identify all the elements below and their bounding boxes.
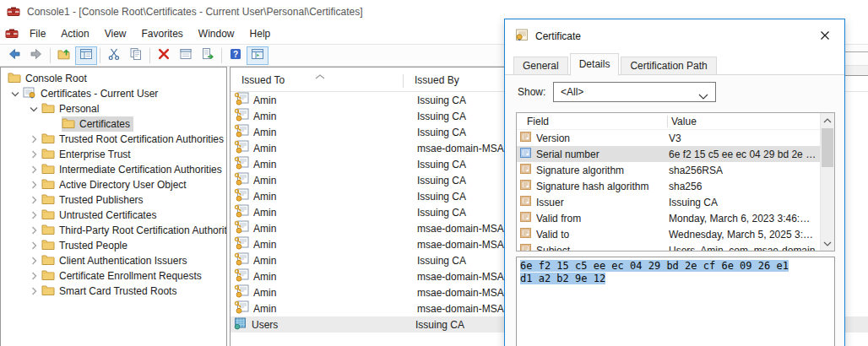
tab-certification-path[interactable]: Certification Path [621, 57, 716, 75]
field-row-serial-number[interactable]: Serial number6e f2 15 c5 ee ec 04 29 bd … [517, 146, 820, 162]
tree-item-client-authentication-issuers[interactable]: Client Authentication Issuers [1, 253, 226, 268]
personal-certificate-icon [234, 140, 249, 156]
tree-item-personal[interactable]: Personal [1, 101, 226, 116]
tree-item-untrusted-certificates[interactable]: Untrusted Certificates [1, 208, 226, 223]
folder-icon [41, 208, 55, 222]
personal-certificate-icon [234, 252, 249, 268]
field-row-valid-from[interactable]: Valid fromMonday, March 6, 2023 3:46:… [517, 210, 820, 226]
export-list-button[interactable] [197, 46, 219, 65]
svg-text:?: ? [233, 50, 238, 59]
tree-item-smart-card-trusted-roots[interactable]: Smart Card Trusted Roots [1, 284, 226, 299]
up-one-level-icon [57, 47, 71, 63]
chevron-right-icon[interactable] [26, 211, 41, 219]
serial-number-hex-view[interactable]: 6e f2 15 c5 ee ec 04 29 bd 2e cf 6e 09 2… [516, 257, 835, 346]
chevron-right-icon[interactable] [26, 196, 41, 204]
up-one-level-button[interactable] [53, 46, 75, 65]
tree-item-certificates-current-user[interactable]: Certificates - Current User [1, 86, 226, 101]
show-dropdown-value: <All> [561, 86, 583, 98]
fields-scrollbar[interactable] [820, 113, 834, 251]
show-hide-action-pane-icon [251, 47, 264, 63]
chevron-right-icon[interactable] [26, 241, 41, 250]
tree-item-certificate-enrollment-requests[interactable]: Certificate Enrollment Requests [1, 268, 226, 284]
tree-item-third-party-root-certification-authorities[interactable]: Third-Party Root Certification Authoriti… [1, 223, 226, 238]
back-icon [8, 47, 21, 63]
background-pane-edge [845, 51, 868, 52]
show-label: Show: [518, 86, 553, 98]
scroll-down-icon[interactable] [821, 236, 834, 251]
column-issued-to[interactable]: Issued To [241, 74, 285, 86]
certificate-dialog: Certificate GeneralDetailsCertification … [504, 19, 845, 346]
back-button[interactable] [3, 46, 25, 65]
folder-icon [62, 117, 75, 131]
dialog-tabs: GeneralDetailsCertification Path [513, 51, 719, 75]
field-row-version[interactable]: VersionV3 [517, 130, 820, 146]
tree-item-trusted-people[interactable]: Trusted People [1, 238, 226, 253]
chevron-right-icon[interactable] [26, 135, 41, 143]
forward-button[interactable] [25, 46, 47, 65]
field-row-signature-algorithm[interactable]: Signature algorithmsha256RSA [517, 162, 820, 178]
toolbar-separator [50, 48, 51, 63]
tree-item-certificates[interactable]: Certificates [1, 116, 226, 132]
field-row-issuer[interactable]: IssuerIssuing CA [517, 194, 820, 210]
folder-icon [41, 132, 55, 146]
cut-button[interactable] [103, 46, 125, 65]
column-issued-by[interactable]: Issued By [415, 74, 459, 86]
folder-icon [41, 269, 55, 283]
field-row-valid-to[interactable]: Valid toWednesday, March 5, 2025 3:… [517, 226, 820, 242]
certificates-snapin-icon [23, 87, 36, 101]
hex-line: 6e f2 15 c5 ee ec 04 29 bd 2e cf 6e 09 2… [520, 260, 831, 273]
hex-line: d1 a2 b2 9e 12 [520, 273, 831, 285]
forward-icon [30, 47, 43, 63]
chevron-right-icon[interactable] [26, 287, 41, 295]
chevron-right-icon[interactable] [26, 226, 41, 235]
tab-general[interactable]: General [513, 57, 568, 75]
tree-item-active-directory-user-object[interactable]: Active Directory User Object [1, 177, 226, 192]
chevron-right-icon[interactable] [26, 257, 41, 265]
tree-item-intermediate-certification-authorities[interactable]: Intermediate Certification Authorities [1, 162, 226, 177]
show-dropdown[interactable]: <All> [553, 82, 716, 102]
tree-item-trusted-publishers[interactable]: Trusted Publishers [1, 192, 226, 208]
chevron-down-icon[interactable] [8, 91, 23, 97]
copy-icon [129, 47, 143, 63]
menu-window[interactable]: Window [191, 25, 242, 42]
field-row-signature-hash-algorithm[interactable]: Signature hash algorithmsha256 [517, 178, 820, 194]
menu-help[interactable]: Help [242, 25, 279, 42]
chevron-right-icon[interactable] [26, 150, 41, 159]
menu-view[interactable]: View [97, 25, 134, 42]
column-field[interactable]: Field [527, 116, 549, 127]
column-separator[interactable] [403, 74, 404, 88]
tree-item-console-root[interactable]: Console Root [1, 71, 226, 86]
field-icon [520, 180, 532, 192]
personal-certificate-icon [234, 236, 249, 252]
folder-icon [41, 239, 55, 252]
personal-certificate-icon [234, 268, 249, 284]
scrollbar-thumb[interactable] [822, 128, 833, 167]
chevron-right-icon[interactable] [26, 181, 41, 189]
tab-details[interactable]: Details [570, 53, 620, 76]
field-row-subject[interactable]: SubjectUsers, Amin, com, msae-domain [517, 242, 820, 251]
field-icon [520, 132, 532, 144]
field-icon [520, 148, 532, 160]
chevron-down-icon[interactable] [26, 106, 41, 112]
menu-favorites[interactable]: Favorites [134, 25, 191, 42]
chevron-right-icon[interactable] [26, 165, 41, 174]
help-button[interactable]: ? [225, 46, 247, 65]
scroll-up-icon[interactable] [821, 113, 834, 127]
column-value[interactable]: Value [671, 116, 697, 127]
show-hide-console-tree-button[interactable] [75, 46, 97, 65]
menu-action[interactable]: Action [53, 25, 96, 42]
dialog-title: Certificate [535, 30, 581, 42]
show-hide-action-pane-button[interactable] [247, 46, 269, 65]
delete-button[interactable] [153, 46, 175, 65]
close-icon[interactable] [812, 24, 838, 46]
console-window-icon [5, 26, 19, 42]
tree-item-trusted-root-certification-authorities[interactable]: Trusted Root Certification Authorities [1, 132, 226, 147]
menu-file[interactable]: File [22, 25, 53, 42]
personal-certificate-icon [234, 172, 249, 188]
personal-certificate-icon [234, 204, 249, 220]
personal-certificate-icon [234, 188, 249, 204]
properties-button[interactable] [175, 46, 197, 65]
tree-item-enterprise-trust[interactable]: Enterprise Trust [1, 147, 226, 162]
chevron-right-icon[interactable] [26, 272, 41, 280]
copy-button[interactable] [125, 46, 147, 65]
